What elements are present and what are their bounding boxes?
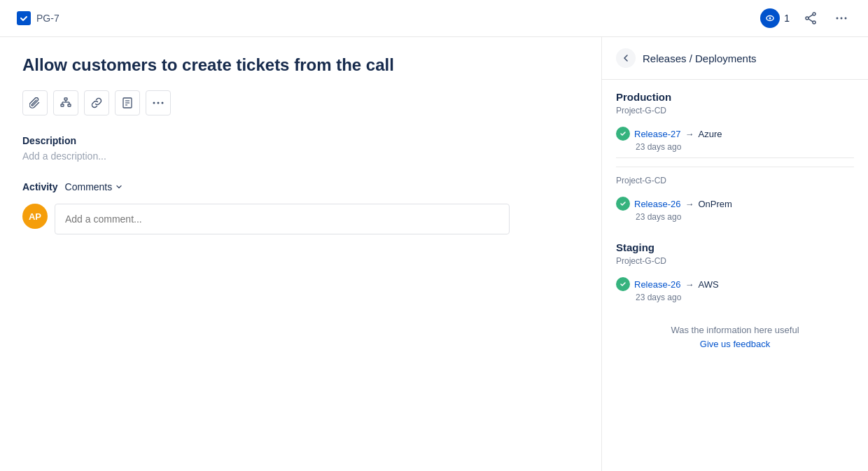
more-button[interactable] [832, 8, 851, 28]
main-content: Allow customers to create tickets from t… [0, 37, 868, 471]
releases-header: Releases / Deployments [602, 37, 868, 80]
production-section: Production Project-G-CD Releas [616, 91, 854, 227]
check-icon [20, 14, 28, 22]
release-26-time-1: 23 days ago [636, 212, 854, 222]
chevron-down-icon [115, 183, 123, 191]
release-item-27-azure: Release-27 → Azure 23 days ago [616, 121, 854, 158]
svg-point-4 [806, 17, 808, 20]
link-button[interactable] [84, 90, 109, 115]
ticket-id: PG-7 [36, 13, 59, 24]
diagram-icon [60, 97, 71, 108]
svg-point-1 [769, 17, 771, 20]
release-26-time-2: 23 days ago [636, 293, 854, 302]
release-item-26-onprem: Release-26 → OnPrem 23 days ago [616, 191, 854, 227]
svg-point-9 [845, 17, 847, 20]
release-26-link-2[interactable]: Release-26 [634, 279, 681, 290]
feedback-text: Was the information here useful [616, 325, 854, 335]
issue-title: Allow customers to create tickets from t… [22, 54, 498, 76]
right-panel: Releases / Deployments Production Projec… [602, 37, 868, 471]
activity-row: Activity Comments [22, 181, 579, 192]
check-success-icon-3 [620, 281, 626, 288]
top-bar-right: 1 [760, 8, 851, 28]
svg-rect-10 [64, 98, 67, 100]
watch-button[interactable]: 1 [760, 8, 790, 28]
release-26-link-1[interactable]: Release-26 [634, 199, 681, 209]
arrow-2: → [685, 199, 694, 209]
feedback-area: Was the information here useful Give us … [616, 325, 854, 349]
description-label: Description [22, 135, 579, 146]
link-icon [91, 97, 102, 108]
divider-1 [616, 167, 854, 167]
activity-label: Activity [22, 181, 58, 192]
staging-section: Staging Project-G-CD Release-26 [616, 241, 854, 308]
eye-icon [765, 13, 775, 23]
more-dots-icon [153, 101, 164, 104]
azure-target: Azure [699, 129, 722, 139]
comments-label: Comments [65, 181, 113, 192]
top-bar: PG-7 1 [0, 0, 868, 37]
release-27-time: 23 days ago [636, 142, 854, 152]
release-27-link[interactable]: Release-27 [634, 129, 681, 139]
success-icon-1 [616, 127, 630, 141]
release-block-3: Release-26 → AWS 23 days ago [616, 277, 854, 302]
aws-target: AWS [699, 279, 719, 290]
share-icon [804, 11, 818, 25]
description-placeholder[interactable]: Add a description... [22, 150, 579, 162]
release-row-2: Release-26 → OnPrem [616, 197, 854, 211]
diagram-button[interactable] [53, 90, 78, 115]
svg-point-21 [153, 102, 155, 104]
release-row-1: Release-27 → Azure [616, 127, 854, 141]
releases-title: Releases / Deployments [643, 52, 757, 64]
project-g-cd-label-1: Project-G-CD [616, 106, 854, 115]
svg-point-2 [813, 13, 816, 15]
onprem-target: OnPrem [699, 199, 732, 209]
svg-line-5 [808, 15, 813, 17]
watch-icon [760, 8, 780, 28]
svg-rect-11 [61, 104, 64, 106]
svg-rect-12 [68, 104, 71, 106]
check-success-icon [620, 130, 626, 137]
svg-point-8 [841, 17, 843, 20]
project-g-cd-label-3: Project-G-CD [616, 256, 854, 266]
comment-input[interactable] [55, 204, 510, 234]
svg-point-3 [813, 21, 816, 24]
releases-body: Production Project-G-CD Releas [602, 80, 868, 360]
comments-dropdown[interactable]: Comments [65, 181, 124, 192]
activity-section: Activity Comments AP [22, 181, 579, 234]
production-title: Production [616, 91, 854, 103]
release-row-3: Release-26 → AWS [616, 277, 854, 291]
toolbar [22, 90, 579, 115]
top-bar-left: PG-7 [17, 11, 59, 25]
avatar: AP [22, 204, 48, 229]
release-block-2: Release-26 → OnPrem 23 days ago [616, 197, 854, 222]
watch-count: 1 [784, 13, 790, 24]
arrow-3: → [685, 279, 694, 290]
arrow-1: → [685, 129, 694, 139]
back-icon [621, 53, 631, 63]
release-item-26-aws: Release-26 → AWS 23 days ago [616, 272, 854, 308]
attach-button[interactable] [22, 90, 48, 115]
feedback-link[interactable]: Give us feedback [700, 339, 770, 349]
back-button[interactable] [616, 48, 636, 68]
note-button[interactable] [115, 90, 140, 115]
note-icon [122, 97, 133, 108]
success-icon-3 [616, 277, 630, 291]
check-success-icon-2 [620, 200, 626, 207]
svg-point-7 [836, 17, 839, 20]
success-icon-2 [616, 197, 630, 211]
project-g-cd-label-2: Project-G-CD [616, 176, 854, 185]
toolbar-more-button[interactable] [146, 90, 171, 115]
description-section: Description Add a description... [22, 135, 579, 162]
left-panel: Allow customers to create tickets from t… [0, 37, 602, 471]
comment-area: AP [22, 204, 579, 234]
page-wrapper: PG-7 1 [0, 0, 868, 471]
svg-point-23 [162, 102, 164, 104]
staging-title: Staging [616, 241, 854, 253]
release-block-1: Release-27 → Azure 23 days ago [616, 127, 854, 152]
more-icon [834, 11, 848, 25]
share-button[interactable] [801, 8, 820, 28]
svg-line-6 [808, 19, 813, 22]
attach-icon [29, 97, 41, 108]
ticket-checkbox [17, 11, 31, 25]
svg-point-22 [158, 102, 160, 104]
